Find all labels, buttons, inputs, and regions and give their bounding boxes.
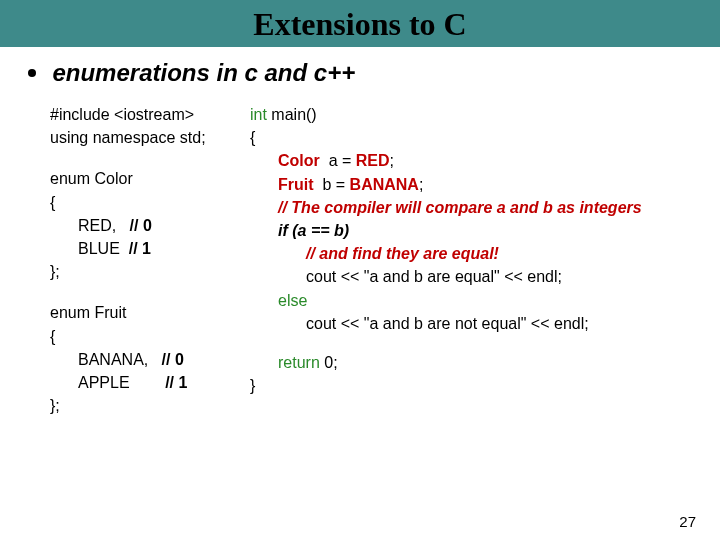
code-line: }; <box>50 260 250 283</box>
comment: // 1 <box>129 240 151 257</box>
slide-subtitle: enumerations in c and c++ <box>52 59 355 86</box>
code-line: else <box>250 289 720 312</box>
code-line: using namespace std; <box>50 126 250 149</box>
code-line: if (a == b) <box>250 219 720 242</box>
comment-line: // and find they are equal! <box>250 242 720 265</box>
code-line: RED, // 0 <box>50 214 250 237</box>
code-line: }; <box>50 394 250 417</box>
includes-block: #include <iostream> using namespace std; <box>50 103 250 149</box>
code-line: BANANA, // 0 <box>50 348 250 371</box>
enum-fruit-block: enum Fruit { BANANA, // 0 APPLE // 1 }; <box>50 301 250 417</box>
comment: // 1 <box>165 374 187 391</box>
code-line: } <box>250 374 720 397</box>
code-line: APPLE // 1 <box>50 371 250 394</box>
code-line: cout << "a and b are not equal" << endl; <box>250 312 720 335</box>
comment-line: // The compiler will compare a and b as … <box>250 196 720 219</box>
code-line: enum Color <box>50 167 250 190</box>
page-number: 27 <box>679 513 696 530</box>
code-area: #include <iostream> using namespace std;… <box>0 95 720 435</box>
code-line: { <box>250 126 720 149</box>
code-line: return 0; <box>250 351 720 374</box>
bullet-icon <box>28 69 36 77</box>
blank-line <box>250 335 720 351</box>
code-right-column: int main() { Color a = RED; Fruit b = BA… <box>250 103 720 435</box>
slide-title: Extensions to C <box>0 6 720 43</box>
code-left-column: #include <iostream> using namespace std;… <box>50 103 250 435</box>
code-line: Fruit b = BANANA; <box>250 173 720 196</box>
comment: // 0 <box>130 217 152 234</box>
code-line: int main() <box>250 103 720 126</box>
title-bar: Extensions to C <box>0 0 720 47</box>
code-line: { <box>50 325 250 348</box>
code-line: Color a = RED; <box>250 149 720 172</box>
code-line: { <box>50 191 250 214</box>
enum-color-block: enum Color { RED, // 0 BLUE // 1 }; <box>50 167 250 283</box>
subtitle-row: enumerations in c and c++ <box>0 47 720 95</box>
code-line: #include <iostream> <box>50 103 250 126</box>
comment: // 0 <box>162 351 184 368</box>
code-line: enum Fruit <box>50 301 250 324</box>
code-line: BLUE // 1 <box>50 237 250 260</box>
code-line: cout << "a and b are equal" << endl; <box>250 265 720 288</box>
